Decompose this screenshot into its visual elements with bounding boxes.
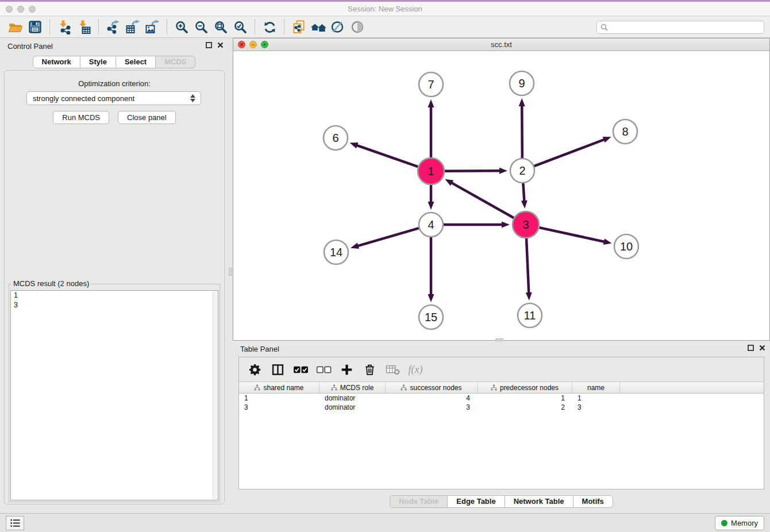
edge-arrowhead — [526, 292, 532, 300]
table-header-row: shared nameMCDS rolesuccessor nodesprede… — [239, 382, 764, 394]
tab-network-table[interactable]: Network Table — [505, 495, 573, 508]
list-icon — [10, 519, 20, 527]
export-image-icon[interactable] — [143, 18, 162, 36]
column-header-MCDS-role[interactable]: MCDS role — [319, 382, 386, 393]
mcds-panel: Optimization criterion: strongly connect… — [4, 70, 225, 504]
zoom-out-icon[interactable] — [191, 18, 211, 36]
save-session-icon[interactable] — [25, 18, 45, 36]
network-window-titlebar[interactable]: ✕ − + scc.txt — [233, 38, 769, 51]
edge-1-to-6[interactable] — [356, 145, 418, 167]
memory-label: Memory — [731, 519, 758, 527]
edge-3-to-11[interactable] — [526, 238, 529, 294]
toolbar-separator — [167, 20, 167, 34]
optimization-criterion-label: Optimization criterion: — [5, 79, 224, 88]
network-window-title: scc.txt — [233, 40, 769, 49]
hide-annotations-icon[interactable] — [328, 18, 348, 36]
status-bar: Memory — [0, 513, 770, 532]
edge-2-to-8[interactable] — [534, 139, 605, 166]
deselect-all-icon[interactable] — [315, 361, 332, 378]
table-toolbar: f(x) — [239, 357, 764, 382]
memory-button[interactable]: Memory — [715, 516, 764, 530]
edge-3-to-1[interactable] — [451, 183, 514, 218]
table-settings-gear-icon[interactable] — [246, 361, 263, 378]
tab-mcds[interactable]: MCDS — [156, 56, 195, 68]
open-file-icon[interactable] — [6, 18, 25, 36]
edge-arrowhead — [428, 294, 434, 302]
edge-2-to-9[interactable] — [522, 105, 522, 158]
column-header-successor-nodes[interactable]: successor nodes — [386, 382, 478, 393]
table-cell[interactable]: 4 — [386, 394, 478, 403]
tab-style[interactable]: Style — [80, 56, 116, 68]
float-table-panel-icon[interactable] — [748, 345, 754, 351]
edge-1-to-2[interactable] — [445, 171, 500, 171]
table-cell[interactable]: 2 — [478, 403, 572, 412]
toolbar-separator — [255, 20, 255, 34]
network-canvas[interactable]: 7968124314101511 — [233, 51, 769, 340]
table-cell[interactable]: 1 — [478, 394, 572, 403]
table-cell[interactable]: dominator — [319, 403, 386, 412]
edge-2-to-3[interactable] — [523, 183, 524, 202]
table-cell[interactable]: 3 — [386, 403, 478, 412]
mcds-result-line: 1 — [11, 291, 218, 300]
refresh-icon[interactable] — [260, 18, 279, 36]
memory-status-dot — [721, 520, 727, 526]
show-eye-icon[interactable] — [348, 18, 367, 36]
float-panel-icon[interactable] — [206, 42, 212, 48]
table-cell[interactable]: 1 — [572, 394, 620, 403]
column-header-shared-name[interactable]: shared name — [239, 382, 319, 393]
table-row[interactable]: 3dominator323 — [239, 403, 764, 412]
horizontal-splitter-handle[interactable] — [495, 338, 503, 341]
table-cell[interactable]: dominator — [319, 394, 386, 403]
close-table-panel-icon[interactable] — [759, 345, 765, 351]
app-title: Session: New Session — [0, 5, 770, 13]
column-header-name[interactable]: name — [572, 382, 620, 393]
result-scrollbar[interactable] — [213, 291, 218, 500]
tab-edge-table[interactable]: Edge Table — [448, 495, 505, 508]
graph-node-label: 7 — [428, 78, 434, 91]
zoom-selected-icon[interactable] — [230, 18, 250, 36]
node-table-container: f(x) shared nameMCDS rolesuccessor nodes… — [238, 357, 764, 489]
home-icon[interactable] — [309, 18, 328, 36]
edge-arrowhead — [603, 137, 611, 142]
task-history-button[interactable] — [6, 516, 24, 530]
import-table-icon[interactable] — [74, 18, 94, 36]
edge-4-to-14[interactable] — [357, 228, 418, 246]
table-row[interactable]: 1dominator411 — [239, 394, 764, 403]
close-panel-button[interactable]: Close panel — [118, 111, 176, 124]
control-panel: Control Panel NetworkStyleSelectMCDS Opt… — [0, 38, 228, 513]
table-cell[interactable]: 3 — [572, 403, 620, 412]
show-columns-icon[interactable] — [269, 361, 286, 378]
delete-column-trash-icon[interactable] — [361, 361, 378, 378]
export-network-icon[interactable] — [103, 18, 123, 36]
attribute-type-icon — [254, 384, 260, 391]
close-panel-icon[interactable] — [217, 42, 224, 48]
delete-table-icon[interactable] — [384, 361, 401, 378]
export-table-icon[interactable] — [123, 18, 143, 36]
duplicate-network-icon[interactable] — [289, 18, 309, 36]
add-column-icon[interactable] — [338, 361, 355, 378]
attribute-type-icon — [491, 384, 497, 391]
edge-arrowhead — [351, 243, 359, 249]
vertical-splitter-handle[interactable] — [229, 268, 232, 276]
zoom-fit-icon[interactable] — [211, 18, 230, 36]
tab-node-table[interactable]: Node Table — [390, 495, 448, 508]
zoom-in-icon[interactable] — [172, 18, 191, 36]
table-cell[interactable]: 1 — [239, 394, 319, 403]
select-all-icon[interactable] — [292, 361, 309, 378]
table-cell[interactable]: 3 — [239, 403, 319, 412]
mcds-result-box[interactable]: 13 — [10, 290, 218, 500]
tab-network[interactable]: Network — [33, 56, 80, 68]
function-builder-icon[interactable]: f(x) — [407, 361, 424, 378]
tab-motifs[interactable]: Motifs — [573, 495, 613, 508]
column-header-predecessor-nodes[interactable]: predecessor nodes — [478, 382, 572, 393]
tab-select[interactable]: Select — [116, 56, 156, 68]
edge-3-to-10[interactable] — [539, 228, 605, 242]
search-input[interactable] — [596, 21, 764, 34]
import-network-icon[interactable] — [55, 18, 74, 36]
edge-arrowhead — [428, 202, 434, 210]
run-mcds-button[interactable]: Run MCDS — [53, 111, 109, 124]
app-titlebar: Session: New Session — [0, 2, 770, 16]
optimization-criterion-dropdown[interactable]: strongly connected component — [26, 91, 201, 105]
control-panel-tabs: NetworkStyleSelectMCDS — [0, 56, 228, 68]
graph-node-label: 1 — [428, 165, 434, 178]
